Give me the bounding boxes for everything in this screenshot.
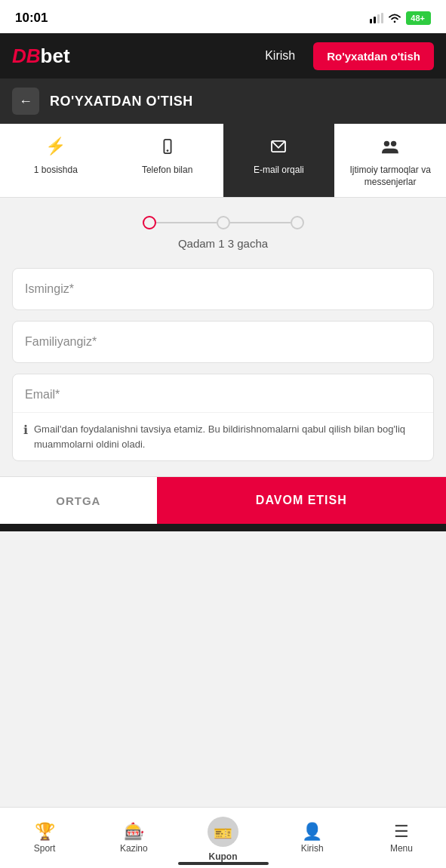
email-hint: ℹ Gmail'dan foydalanishni tavsiya etamiz… [13, 413, 433, 460]
status-bar: 10:01 48+ [0, 0, 446, 33]
hint-text: Gmail'dan foydalanishni tavsiya etamiz. … [34, 422, 423, 451]
signal-icon [370, 13, 383, 23]
email-card: ℹ Gmail'dan foydalanishni tavsiya etamiz… [12, 374, 434, 461]
isim-field-wrap [12, 268, 434, 310]
svg-rect-0 [370, 19, 372, 23]
tab-1bosishda[interactable]: ⚡ 1 bosishda [0, 124, 112, 197]
step-dot-1 [143, 216, 156, 229]
kazino-icon: 🎰 [124, 823, 144, 840]
kupon-icon: 🎫 [214, 825, 232, 842]
isim-input[interactable] [25, 282, 421, 296]
phone-icon [155, 134, 180, 159]
step-line-1 [156, 222, 217, 223]
kirish-button[interactable]: Kirish [254, 43, 306, 69]
tab-telefon[interactable]: Telefon bilan [112, 124, 223, 197]
stepper-label: Qadam 1 3 gacha [178, 237, 268, 250]
navbar: DBbet Kirish Ro'yxatdan o'tish [0, 33, 446, 78]
tab-ijtimoiy-label: Ijtimoiy tarmoqlar va messenjerlar [339, 165, 441, 188]
battery-icon: 48+ [406, 11, 431, 25]
step-line-2 [230, 222, 291, 223]
familiya-input[interactable] [25, 335, 421, 349]
davom-button[interactable]: DAVOM ETISH [157, 477, 446, 524]
logo-db: DB [12, 45, 41, 67]
nav-sport-label: Sport [34, 843, 56, 854]
email-icon [266, 134, 291, 159]
logo: DBbet [12, 45, 70, 68]
menu-icon: ☰ [394, 823, 409, 840]
tab-1bosishda-label: 1 bosishda [34, 165, 78, 177]
content-area: ⚡ 1 bosishda Telefon bilan E-mail orqali [0, 124, 446, 868]
wifi-icon [388, 13, 401, 23]
lightning-icon: ⚡ [44, 134, 68, 159]
status-icons: 48+ [370, 11, 431, 25]
svg-point-8 [391, 141, 396, 146]
familiya-field-wrap [12, 321, 434, 363]
reg-tabs: ⚡ 1 bosishda Telefon bilan E-mail orqali [0, 124, 446, 198]
action-buttons: ORTGA DAVOM ETISH [0, 476, 446, 524]
page-header: ← RO'YXATDAN O'TISH [0, 78, 446, 124]
kupon-circle: 🎫 [208, 817, 238, 847]
nav-kazino-label: Kazino [120, 843, 148, 854]
logo-bet: bet [41, 45, 70, 67]
back-icon: ← [19, 94, 32, 109]
tab-email-label: E-mail orqali [254, 165, 304, 177]
ortga-button[interactable]: ORTGA [0, 477, 157, 524]
email-input[interactable] [25, 388, 421, 402]
tab-telefon-label: Telefon bilan [142, 165, 192, 177]
kirish-icon: 👤 [302, 823, 322, 840]
back-button[interactable]: ← [12, 88, 39, 115]
step-dot-3 [291, 216, 304, 229]
svg-point-7 [384, 141, 389, 146]
social-icon [378, 134, 402, 159]
navbar-actions: Kirish Ro'yxatdan o'tish [254, 42, 434, 70]
form-section: ℹ Gmail'dan foydalanishni tavsiya etamiz… [0, 262, 446, 473]
sport-icon: 🏆 [35, 823, 55, 840]
tab-ijtimoiy[interactable]: Ijtimoiy tarmoqlar va messenjerlar [334, 124, 446, 197]
nav-kirish-label: Kirish [301, 843, 324, 854]
info-icon: ℹ [23, 423, 28, 437]
svg-rect-3 [381, 13, 383, 23]
page-title: RO'YXATDAN O'TISH [50, 94, 193, 109]
email-input-wrap [13, 374, 433, 413]
svg-rect-1 [374, 17, 376, 23]
home-indicator [0, 857, 446, 868]
status-time: 10:01 [15, 11, 48, 26]
royxatdan-button[interactable]: Ro'yxatdan o'tish [313, 42, 434, 70]
dark-strip [0, 524, 446, 531]
tab-email[interactable]: E-mail orqali [223, 124, 335, 197]
svg-rect-2 [377, 14, 380, 23]
step-dot-2 [217, 216, 230, 229]
nav-menu-label: Menu [390, 843, 413, 854]
stepper-section: Qadam 1 3 gacha [0, 198, 446, 262]
stepper-dots [143, 216, 304, 229]
home-indicator-bar [178, 862, 269, 865]
